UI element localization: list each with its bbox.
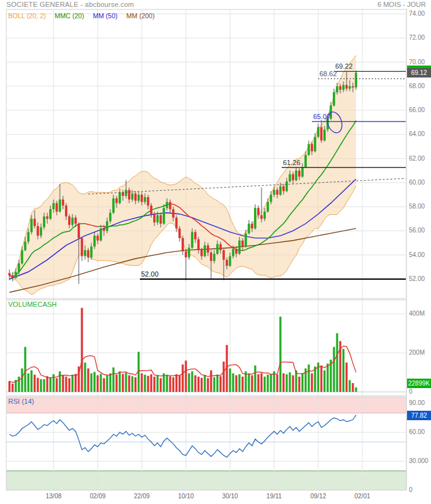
date-axis-label: 13/08 [40,493,67,500]
price-axis-label: 74.00 [409,10,430,17]
date-axis-label: 30/10 [216,493,244,500]
volume-axis-label: 400M [409,310,430,317]
rsi-badge: 77.82 [407,411,431,420]
date-axis-label: 10/10 [172,493,200,500]
volume-axis-label: 200M [409,349,430,356]
price-axis-label: 52.00 [409,275,430,282]
rsi-axis-label: 60.00 [409,428,430,435]
volume-panel-label: VOLUMECASH [8,301,57,308]
rsi-axis-label: 90.00 [409,399,430,406]
bollinger-band [9,55,356,295]
indicator-legend: BOLL (20, 2)MMC (20)MM (50)MM (200) [8,12,154,20]
date-axis-label: 09/12 [304,493,332,500]
chart-root: SOCIETE GENERALE - abcbourse.com 6 MOIS … [0,0,431,504]
price-axis-label: 54.00 [409,251,430,258]
date-axis-label: 19/11 [260,493,288,500]
rsi-panel-label: RSI (14) [8,398,34,405]
svg-text:52.00: 52.00 [141,270,159,278]
svg-text:68.62: 68.62 [319,70,337,77]
rsi-axis-label: 30.000 [409,457,430,464]
price-axis-label: 70.00 [409,59,430,66]
date-axis-label: 22/09 [128,493,156,500]
svg-text:69.22: 69.22 [335,62,353,70]
chart-canvas: 69.2268.6265.0761.2652.00 [0,0,431,504]
price-axis-label: 72.00 [409,34,430,41]
last-price-badge: 69.12 [407,66,431,77]
volume-axis-label: 0 [409,388,430,395]
legend-item: MM (50) [93,12,117,20]
rsi-axis-label: 0 [409,486,430,493]
volume-bars [8,308,357,392]
legend-item: MM (200) [127,12,155,20]
price-axis-label: 68.00 [409,83,430,89]
svg-text:61.26: 61.26 [283,159,301,166]
legend-item: BOLL (20, 2) [8,12,46,20]
price-axis-label: 56.00 [409,227,430,234]
price-axis-label: 62.00 [409,155,430,162]
rsi-line [9,415,356,457]
price-axis-label: 58.00 [409,203,430,210]
date-axis-label: 02/01 [348,493,376,500]
price-axis-label: 66.00 [409,106,430,113]
price-axis-label: 64.00 [409,130,430,137]
price-axis-label: 60.00 [409,179,430,186]
legend-item: MMC (20) [55,12,84,20]
date-axis-label: 02/09 [84,493,112,500]
volume-badge: 22899K [407,379,431,388]
